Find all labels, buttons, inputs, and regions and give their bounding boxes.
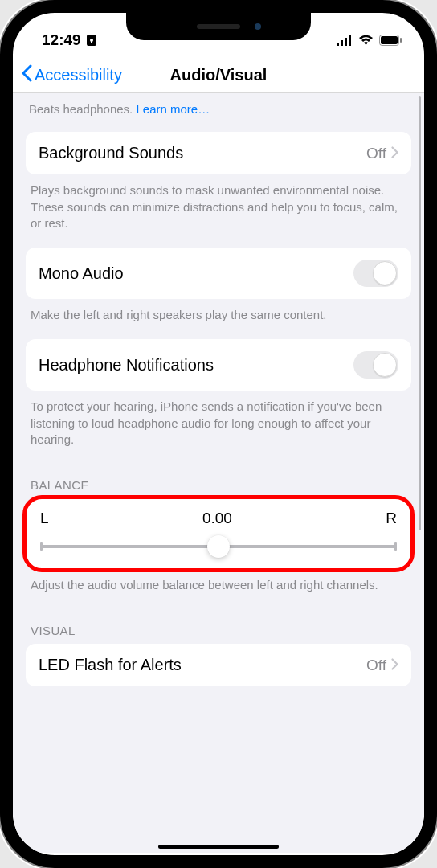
slider-tick-right [394,542,397,551]
learn-more-link[interactable]: Learn more… [136,102,210,116]
mono-audio-row: Mono Audio [26,248,411,299]
led-flash-label: LED Flash for Alerts [39,656,182,674]
battery-icon [379,35,402,46]
slider-thumb[interactable] [207,535,230,558]
status-time: 12:49 [42,31,81,49]
content-area: Beats headphones. Learn more… Background… [13,93,424,853]
svg-rect-4 [341,40,343,46]
svg-rect-6 [349,35,351,46]
headphone-notifications-toggle[interactable] [353,351,398,379]
background-sounds-value: Off [366,145,386,162]
mono-audio-footer: Make the left and right speakers play th… [13,299,424,339]
background-sounds-footer: Plays background sounds to mask unwanted… [13,174,424,248]
mono-audio-toggle[interactable] [353,260,398,287]
front-camera [255,23,261,30]
headphone-notifications-row: Headphone Notifications [26,339,411,391]
balance-section-header: BALANCE [13,464,424,498]
slider-tick-left [40,542,43,551]
svg-rect-2 [91,40,92,43]
top-footer-fragment: Beats headphones. Learn more… [13,93,424,132]
balance-footer: Adjust the audio volume balance between … [13,569,424,609]
phone-frame: 12:49 Accessibility Audio/Visual [0,0,437,868]
nav-bar: Accessibility Audio/Visual [13,55,424,93]
page-title: Audio/Visual [170,66,268,84]
orientation-lock-icon [86,34,97,47]
fragment-text: Beats headphones. [29,102,136,116]
svg-rect-3 [337,43,339,46]
toggle-knob [373,261,397,285]
svg-rect-8 [381,36,398,44]
background-sounds-row[interactable]: Background Sounds Off [26,132,411,174]
notch [126,13,311,40]
mono-audio-label: Mono Audio [39,264,124,283]
svg-rect-5 [345,38,347,46]
headphone-notifications-label: Headphone Notifications [39,356,214,375]
led-flash-row[interactable]: LED Flash for Alerts Off [26,644,411,686]
back-label: Accessibility [35,66,122,84]
scroll-indicator[interactable] [419,96,421,530]
balance-card: L 0.00 R [26,498,411,569]
chevron-right-icon [391,657,398,674]
toggle-knob [373,353,397,377]
home-indicator[interactable] [158,845,279,849]
cellular-signal-icon [337,35,353,46]
balance-value: 0.00 [202,510,232,527]
annotation-highlight [22,495,415,572]
balance-right-label: R [386,510,397,527]
wifi-icon [358,35,374,46]
svg-rect-9 [400,38,402,43]
headphone-notifications-footer: To protect your hearing, iPhone sends a … [13,391,424,464]
back-button[interactable]: Accessibility [21,64,122,86]
balance-left-label: L [40,510,49,527]
visual-section-header: VISUAL [13,609,424,644]
balance-slider[interactable] [40,538,397,555]
background-sounds-label: Background Sounds [39,144,183,162]
speaker [197,24,240,29]
chevron-right-icon [391,145,398,162]
chevron-left-icon [21,64,32,86]
led-flash-value: Off [366,657,386,674]
